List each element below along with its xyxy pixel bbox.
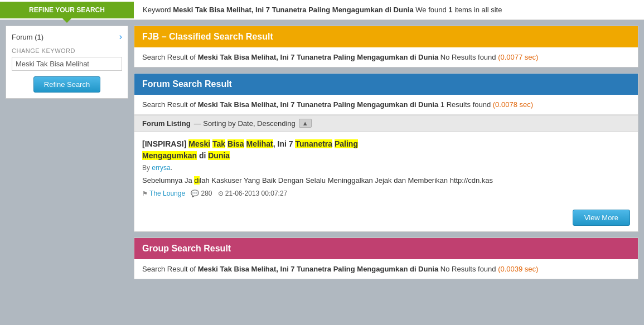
group-header: Group Search Result — [134, 238, 638, 259]
highlight-melihat: Melihat — [246, 139, 273, 148]
top-bar: REFINE YOUR SEARCH Keyword Meski Tak Bis… — [0, 0, 644, 20]
page-wrapper: REFINE YOUR SEARCH Keyword Meski Tak Bis… — [0, 0, 644, 285]
sidebar-forum-row: Forum (1) › — [12, 32, 122, 42]
highlight-di: di — [194, 176, 200, 185]
group-body: Search Result of Meski Tak Bisa Melihat,… — [134, 259, 638, 279]
highlight-bisa: Bisa — [227, 139, 244, 148]
forum-post-item: [INSPIRASI] Meski Tak Bisa Melihat, Ini … — [134, 132, 638, 204]
highlight-tunanetra: Tunanetra — [295, 139, 332, 148]
title-line2-mid: di — [197, 151, 208, 160]
sidebar-forum-arrow[interactable]: › — [119, 32, 122, 42]
post-meta: The Lounge 280 21-06-2013 00:07:27 — [142, 190, 630, 197]
view-more-row: View More — [134, 204, 638, 231]
forum-listing-sort: — Sorting by Date, Descending — [194, 119, 296, 128]
sidebar-inner: Forum (1) › CHANGE KEYWORD Refine Search — [6, 26, 128, 99]
group-summary: Search Result of Meski Tak Bisa Melihat,… — [142, 265, 630, 273]
highlight-dunia: Dunia — [208, 151, 230, 160]
refine-search-button[interactable]: Refine Search — [33, 76, 100, 93]
group-section: Group Search Result Search Result of Mes… — [134, 237, 638, 279]
view-more-button[interactable]: View More — [573, 210, 630, 226]
keyword-count: 1 — [448, 6, 452, 14]
highlight-tak: Tak — [212, 139, 225, 148]
fjb-header: FJB – Classified Search Result — [134, 26, 638, 47]
sidebar: Forum (1) › CHANGE KEYWORD Refine Search — [0, 26, 134, 279]
highlight-paling: Paling — [335, 139, 358, 148]
forum-listing-bar: Forum Listing — Sorting by Date, Descend… — [134, 115, 638, 132]
forum-listing-label: Forum Listing — [142, 119, 191, 128]
forum-header: Forum Search Result — [134, 74, 638, 95]
keyword-text: Meski Tak Bisa Melihat, Ini 7 Tunanetra … — [173, 6, 414, 14]
post-comments: 280 — [191, 190, 212, 197]
highlight-mengagumkan: Mengagumkan — [142, 151, 197, 160]
keyword-suffix: We found — [414, 6, 449, 14]
refine-search-title: REFINE YOUR SEARCH — [0, 2, 134, 18]
fjb-summary: Search Result of Meski Tak Bisa Melihat,… — [142, 53, 630, 61]
keyword-count-suffix: items in all site — [453, 6, 502, 14]
post-by: By errysa. — [142, 164, 630, 172]
post-author-link[interactable]: errysa — [152, 164, 170, 172]
keyword-input[interactable] — [12, 57, 122, 71]
forum-summary: Search Result of Meski Tak Bisa Melihat,… — [142, 100, 630, 109]
sidebar-change-keyword-label: CHANGE KEYWORD — [12, 47, 122, 54]
keyword-prefix: Keyword — [143, 6, 173, 14]
sort-button[interactable]: ▲ — [299, 119, 312, 128]
post-tag-lounge[interactable]: The Lounge — [142, 190, 185, 197]
post-title: [INSPIRASI] Meski Tak Bisa Melihat, Ini … — [142, 138, 630, 162]
forum-section: Forum Search Result Search Result of Mes… — [134, 73, 638, 232]
fjb-body: Search Result of Meski Tak Bisa Melihat,… — [134, 47, 638, 67]
post-title-prefix: [INSPIRASI] — [142, 139, 188, 148]
highlight-meski: Meski — [188, 139, 210, 148]
sidebar-forum-label: Forum (1) — [12, 33, 43, 41]
fjb-section: FJB – Classified Search Result Search Re… — [134, 26, 638, 67]
post-excerpt: Sebelumnya Ja dilah Kaskuser Yang Baik D… — [142, 175, 630, 186]
title-mid: , Ini 7 — [273, 139, 293, 148]
main-layout: Forum (1) › CHANGE KEYWORD Refine Search… — [0, 20, 644, 285]
forum-summary-body: Search Result of Meski Tak Bisa Melihat,… — [134, 95, 638, 114]
post-date: 21-06-2013 00:07:27 — [218, 190, 288, 197]
top-bar-keyword: Keyword Meski Tak Bisa Melihat, Ini 7 Tu… — [134, 6, 644, 14]
content-area: FJB – Classified Search Result Search Re… — [134, 26, 644, 279]
